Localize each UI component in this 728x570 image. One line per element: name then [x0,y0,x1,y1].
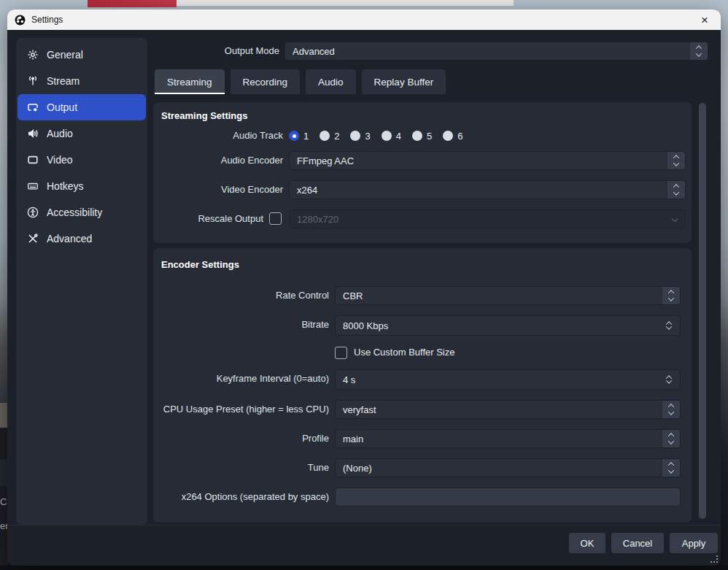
sidebar-item-label: Video [47,154,73,166]
background-bottom-strip [0,566,728,570]
chevron-down-icon [672,216,678,222]
cancel-button[interactable]: Cancel [611,533,664,553]
radio-button[interactable] [443,131,453,141]
sidebar-item-video[interactable]: Video [18,147,146,173]
gear-icon [27,49,39,61]
tab-streaming[interactable]: Streaming [155,69,225,94]
tab-audio[interactable]: Audio [306,69,356,94]
streaming-settings-panel: Streaming Settings Audio Track 1 2 3 4 5… [153,102,692,243]
display-icon [27,154,39,166]
radio-button[interactable] [412,131,422,141]
sidebar-item-general[interactable]: General [18,42,146,68]
sidebar-item-label: Hotkeys [47,180,84,192]
keyboard-icon [27,180,39,192]
rescale-output-checkbox[interactable] [269,212,282,225]
tune-select[interactable]: (None) [335,458,681,477]
chevron-up-down-icon[interactable] [662,430,680,447]
section-header: Encoder Settings [161,259,239,270]
output-mode-label: Output Mode [139,42,279,61]
audio-encoder-select[interactable]: FFmpeg AAC [289,151,686,170]
audio-track-radios: 1 2 3 4 5 6 [289,127,462,145]
audio-track-option-6[interactable]: 6 [443,131,462,142]
cpu-preset-label: CPU Usage Preset (higher = less CPU) [153,400,329,419]
profile-label: Profile [153,429,329,448]
rescale-output-label: Rescale Output [153,209,263,228]
accessibility-icon [27,207,39,218]
custom-buffer-checkbox[interactable] [335,347,347,359]
apply-button[interactable]: Apply [670,533,718,553]
broadcast-icon [27,75,39,87]
bitrate-spinbox[interactable]: 8000 Kbps [335,315,681,336]
sidebar-item-label: Audio [47,128,73,139]
tab-recording[interactable]: Recording [231,69,301,94]
resize-grip[interactable] [711,556,718,563]
tab-replay-buffer[interactable]: Replay Buffer [362,69,446,94]
video-encoder-label: Video Encoder [153,180,283,199]
sidebar-item-advanced[interactable]: Advanced [18,226,146,252]
bitrate-label: Bitrate [153,315,329,334]
sidebar-item-accessibility[interactable]: Accessibility [18,199,146,226]
vertical-scrollbar[interactable] [698,103,707,519]
background-window-light-strip [177,0,514,6]
audio-track-label: Audio Track [153,127,283,145]
radio-button[interactable] [350,131,360,141]
titlebar[interactable]: Settings × [7,9,721,30]
radio-button[interactable] [320,131,330,141]
sidebar-item-stream[interactable]: Stream [18,68,146,94]
rate-control-label: Rate Control [153,286,329,305]
sidebar-item-audio[interactable]: Audio [18,120,146,147]
x264-options-input[interactable] [335,488,681,507]
output-mode-value: Advanced [293,42,335,60]
chevron-up-down-icon[interactable] [662,287,680,304]
audio-encoder-label: Audio Encoder [153,151,283,170]
tools-icon [27,233,39,244]
section-header: Streaming Settings [161,110,247,121]
chevron-up-down-icon[interactable] [662,459,680,477]
sidebar-item-label: General [47,49,83,61]
tune-label: Tune [153,458,329,477]
scrollbar-thumb[interactable] [699,103,706,519]
radio-button[interactable] [382,131,392,141]
sidebar-item-label: Output [47,101,77,113]
output-tab-bar: Streaming Recording Audio Replay Buffer [155,69,446,94]
rate-control-select[interactable]: CBR [335,286,681,305]
audio-track-option-1[interactable]: 1 [289,131,309,142]
window-title: Settings [31,15,63,25]
encoder-settings-panel: Encoder Settings Rate Control CBR Bitrat… [153,248,692,523]
sidebar-item-label: Accessibility [47,207,102,218]
audio-track-option-2[interactable]: 2 [320,131,339,142]
profile-select[interactable]: main [335,429,681,448]
keyframe-interval-spinbox[interactable]: 4 s [335,369,681,390]
dialog-footer: OK Cancel Apply [7,525,721,566]
audio-track-option-5[interactable]: 5 [412,131,432,142]
keyframe-interval-label: Keyframe Interval (0=auto) [153,369,329,388]
rescale-resolution-select: 1280x720 [289,209,686,228]
chevron-up-down-icon[interactable] [667,152,685,169]
x264-options-label: x264 Options (separated by space) [153,488,329,507]
sidebar-item-output[interactable]: Output [18,94,146,120]
custom-buffer-label: Use Custom Buffer Size [354,344,454,361]
cpu-preset-select[interactable]: veryfast [335,400,681,419]
radio-button-selected[interactable] [289,131,299,141]
chevron-up-down-icon[interactable] [662,401,680,418]
settings-window: Settings × General Stream Output [7,9,721,566]
chevron-up-down-icon[interactable] [690,42,708,60]
audio-track-option-3[interactable]: 3 [350,131,370,142]
output-icon [27,101,39,113]
output-mode-select[interactable]: Advanced [284,42,708,61]
sidebar-item-hotkeys[interactable]: Hotkeys [18,173,146,199]
sidebar-item-label: Advanced [47,233,92,244]
background-window-red-strip [88,0,177,7]
audio-track-option-4[interactable]: 4 [382,131,401,142]
ok-button[interactable]: OK [569,533,605,553]
speaker-icon [27,128,39,139]
obs-logo-icon [15,15,26,26]
sidebar-item-label: Stream [47,75,80,87]
video-encoder-select[interactable]: x264 [289,180,686,199]
settings-sidebar: General Stream Output Audio Video [16,38,147,525]
chevron-up-down-icon[interactable] [667,181,685,199]
close-button[interactable]: × [696,9,713,30]
